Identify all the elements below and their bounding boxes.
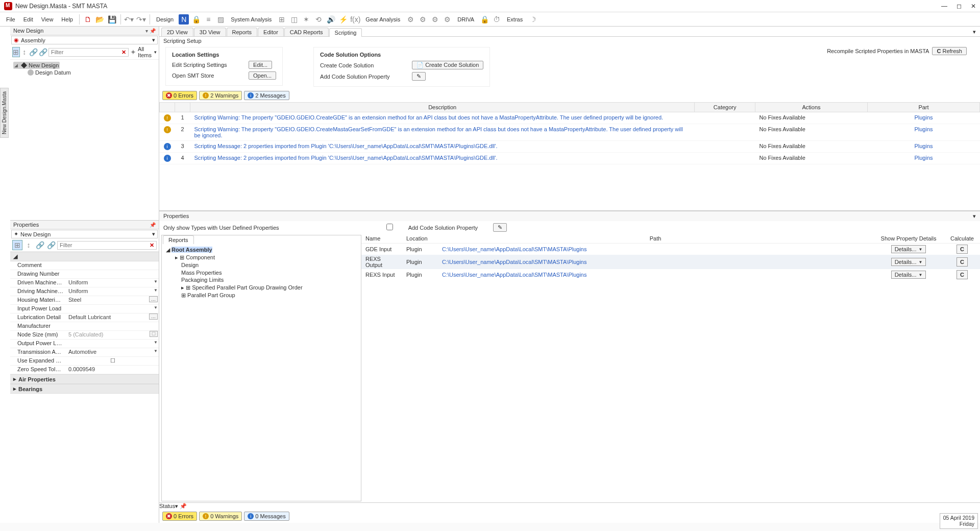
properties-filter-input[interactable] bbox=[60, 242, 150, 248]
status-messages[interactable]: i0 Messages bbox=[244, 512, 289, 521]
status-errors[interactable]: ✖0 Errors bbox=[162, 512, 197, 521]
menu-edit[interactable]: Edit bbox=[20, 15, 36, 23]
message-row[interactable]: i3Scripting Message: 2 properties import… bbox=[160, 141, 980, 153]
prop-tool-3[interactable]: 🔗 bbox=[35, 240, 45, 250]
navigator-tree[interactable]: ◢ New Design Design Datum bbox=[10, 60, 159, 220]
sa-icon-4[interactable]: ⟲ bbox=[313, 14, 324, 25]
prop-tool-4[interactable]: 🔗 bbox=[46, 240, 56, 250]
window-title: New Design.Masta - SMT MASTA bbox=[15, 3, 941, 10]
message-row[interactable]: i4Scripting Message: 2 properties import… bbox=[160, 153, 980, 164]
type-tree[interactable]: ◢ Root Assembly ▸ ⊞ Component Design Mas… bbox=[162, 244, 361, 301]
property-row[interactable]: GDE InputPluginC:\Users\User_name\AppDat… bbox=[361, 244, 980, 255]
ga-icon-2[interactable]: ⚙ bbox=[418, 14, 428, 25]
calc-button[interactable]: C bbox=[957, 245, 968, 254]
property-grid[interactable]: ◢ Comment Drawing Number Driven Machine … bbox=[10, 252, 159, 523]
message-row[interactable]: !2Scripting Warning: The property "GDEIO… bbox=[160, 124, 980, 141]
menu-view[interactable]: View bbox=[38, 15, 57, 23]
property-row[interactable]: REXS InputPluginC:\Users\User_name\AppDa… bbox=[361, 269, 980, 280]
sa-icon-1[interactable]: ⊞ bbox=[277, 14, 287, 25]
ga-icon-3[interactable]: ⚙ bbox=[430, 14, 440, 25]
sa-icon-7[interactable]: f(x) bbox=[350, 14, 360, 25]
tree-root[interactable]: ◢ New Design bbox=[13, 62, 60, 69]
messages-badge[interactable]: i2 Messages bbox=[244, 91, 289, 100]
open-button[interactable]: Open... bbox=[249, 71, 276, 80]
nav-tool-4[interactable]: 🔗 bbox=[39, 47, 47, 57]
messages-table: Description Category Actions Part !1Scri… bbox=[159, 102, 980, 164]
db-icon[interactable]: ≡ bbox=[203, 14, 213, 25]
pin-icon-2[interactable]: 📌 bbox=[150, 222, 156, 228]
details-button[interactable]: Details... ▼ bbox=[891, 271, 926, 279]
driva-icon-1[interactable]: 🔒 bbox=[479, 14, 489, 25]
menu-sysanalysis[interactable]: System Analysis bbox=[228, 15, 275, 23]
design-n-icon[interactable]: N bbox=[179, 14, 189, 25]
menu-file[interactable]: File bbox=[3, 15, 18, 23]
navigator-filter[interactable]: ✕ bbox=[48, 48, 129, 57]
pin-icon[interactable]: ▾ 📌 bbox=[145, 28, 156, 34]
prop-tool-1[interactable]: ⊞ bbox=[12, 240, 22, 250]
menu-extras[interactable]: Extras bbox=[504, 15, 526, 23]
properties-filter[interactable]: ✕ bbox=[57, 241, 157, 250]
new-file-icon[interactable]: 🗋 bbox=[83, 14, 93, 25]
refresh-button[interactable]: C Refresh bbox=[932, 47, 967, 55]
sa-icon-2[interactable]: ◫ bbox=[289, 14, 299, 25]
ga-icon-1[interactable]: ⚙ bbox=[405, 14, 415, 25]
all-items-label[interactable]: All Items bbox=[138, 46, 153, 58]
status-warnings[interactable]: !0 Warnings bbox=[199, 512, 242, 521]
tab-2dview[interactable]: 2D View bbox=[161, 28, 193, 36]
tab-reports[interactable]: Reports bbox=[227, 28, 258, 36]
tab-editor[interactable]: Editor bbox=[258, 28, 284, 36]
warnings-badge[interactable]: !2 Warnings bbox=[199, 91, 242, 100]
nav-tool-1[interactable]: ⊞ bbox=[12, 47, 20, 57]
extras-icon[interactable]: ☽ bbox=[528, 14, 538, 25]
details-button[interactable]: Details... ▼ bbox=[891, 258, 926, 266]
tab-3dview[interactable]: 3D View bbox=[194, 28, 226, 36]
save-file-icon[interactable]: 💾 bbox=[107, 14, 117, 25]
nav-tool-2[interactable]: ↕ bbox=[21, 47, 28, 57]
maximize-button[interactable]: ◻ bbox=[957, 3, 962, 10]
side-tab[interactable]: New Design.Masta bbox=[0, 88, 9, 138]
menu-gearanalysis[interactable]: Gear Analysis bbox=[362, 15, 403, 23]
navigator-filter-input[interactable] bbox=[51, 49, 121, 55]
ga-icon-4[interactable]: ⚙ bbox=[442, 14, 452, 25]
calc-button[interactable]: C bbox=[957, 270, 968, 279]
redo-icon[interactable]: ↷▾ bbox=[136, 14, 146, 25]
lock-icon[interactable]: 🔒 bbox=[191, 14, 201, 25]
edit-button[interactable]: Edit... bbox=[249, 61, 272, 69]
menu-help[interactable]: Help bbox=[58, 15, 76, 23]
clear-icon[interactable]: ✕ bbox=[121, 49, 126, 56]
menu-driva[interactable]: DRIVA bbox=[454, 15, 477, 23]
tree-root-assembly[interactable]: Root Assembly bbox=[172, 247, 212, 253]
prop-tool-2[interactable]: ↕ bbox=[23, 240, 34, 250]
code-options-title: Code Solution Options bbox=[320, 51, 483, 61]
onlyshow-checkbox[interactable] bbox=[386, 224, 393, 230]
driva-icon-2[interactable]: ⏱ bbox=[492, 14, 502, 25]
properties-combo[interactable]: ✦ New Design ▾ bbox=[11, 230, 158, 238]
minimize-button[interactable]: — bbox=[941, 3, 947, 10]
reports-tab[interactable]: Reports bbox=[163, 235, 194, 244]
sa-icon-5[interactable]: 🔊 bbox=[326, 14, 336, 25]
create-code-button[interactable]: 📄 Create Code Solution bbox=[412, 61, 483, 69]
tree-child[interactable]: Design Datum bbox=[13, 69, 156, 76]
scripting-setup-title: Scripting Setup bbox=[159, 37, 980, 45]
tab-cadreports[interactable]: CAD Reports bbox=[284, 28, 329, 36]
tabs-dropdown-icon[interactable]: ▾ bbox=[969, 28, 980, 36]
message-row[interactable]: !1Scripting Warning: The property "GDEIO… bbox=[160, 112, 980, 124]
tab-scripting[interactable]: Scripting bbox=[329, 28, 362, 37]
close-button[interactable]: ✕ bbox=[971, 3, 976, 10]
sa-icon-3[interactable]: ✶ bbox=[301, 14, 311, 25]
property-row[interactable]: REXS OutputPluginC:\Users\User_name\AppD… bbox=[361, 255, 980, 269]
details-button[interactable]: Details... ▼ bbox=[891, 245, 926, 253]
sa-icon-6[interactable]: ⚡ bbox=[338, 14, 348, 25]
nav-tool-3[interactable]: 🔗 bbox=[29, 47, 38, 57]
menu-design[interactable]: Design bbox=[153, 15, 177, 23]
navigator-combo[interactable]: ◉ Assembly ▾ bbox=[11, 36, 158, 44]
undo-icon[interactable]: ↶▾ bbox=[124, 14, 134, 25]
errors-badge[interactable]: ✖0 Errors bbox=[162, 91, 197, 100]
clear-icon-2[interactable]: ✕ bbox=[150, 242, 154, 249]
open-file-icon[interactable]: 📂 bbox=[95, 14, 105, 25]
add-code-button[interactable]: ✎ bbox=[412, 72, 426, 81]
calc-button[interactable]: C bbox=[957, 257, 968, 267]
addcode-button[interactable]: ✎ bbox=[493, 223, 507, 232]
expand-icon[interactable]: ▾ bbox=[973, 213, 976, 220]
axis-icon[interactable]: ▨ bbox=[215, 14, 226, 25]
